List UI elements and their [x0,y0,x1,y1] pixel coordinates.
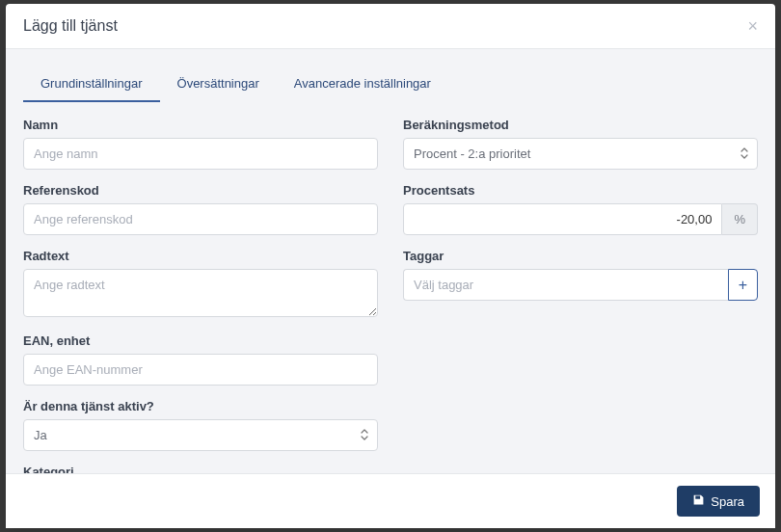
active-select[interactable]: Ja [23,419,378,451]
left-column: Namn Referenskod Radtext EAN, enhet Är d [23,118,378,473]
calc-label: Beräkningsmetod [403,118,758,132]
rowtext-group: Radtext [23,249,378,320]
save-button-label: Spara [711,494,744,509]
modal-title: Lägg till tjänst [23,17,118,35]
active-select-wrap: Ja [23,419,378,451]
plus-icon: + [739,277,747,294]
close-icon[interactable]: × [747,17,758,35]
save-icon [692,493,705,509]
modal-body: Grundinställningar Översättningar Avance… [6,49,775,473]
ean-input[interactable] [23,354,378,386]
active-group: Är denna tjänst aktiv? Ja [23,399,378,451]
rowtext-label: Radtext [23,249,378,263]
percent-label: Procentsats [403,183,758,198]
percent-input-group: % [403,203,758,235]
ean-group: EAN, enhet [23,333,378,386]
tags-group: Taggar + [403,249,758,301]
refcode-group: Referenskod [23,183,378,235]
refcode-label: Referenskod [23,183,378,198]
refcode-input[interactable] [23,203,378,235]
category-label: Kategori [23,465,378,473]
active-label: Är denna tjänst aktiv? [23,399,378,413]
tabs: Grundinställningar Översättningar Avance… [23,66,758,102]
ean-label: EAN, enhet [23,333,378,348]
name-input[interactable] [23,138,378,170]
tab-grundinstallningar[interactable]: Grundinställningar [23,66,160,102]
tab-oversattningar[interactable]: Översättningar [160,66,277,102]
calc-select-wrap: Procent - 2:a prioritet [403,138,758,170]
percent-group: Procentsats % [403,183,758,235]
add-tag-button[interactable]: + [728,269,758,301]
modal-header: Lägg till tjänst × [6,4,775,49]
calc-group: Beräkningsmetod Procent - 2:a prioritet [403,118,758,170]
name-group: Namn [23,118,378,170]
percent-unit: % [722,203,758,235]
tags-input-group: + [403,269,758,301]
percent-input[interactable] [403,203,722,235]
modal-footer: Spara [6,473,775,528]
tags-label: Taggar [403,249,758,263]
form-grid: Namn Referenskod Radtext EAN, enhet Är d [23,118,758,473]
tags-input[interactable] [403,269,728,301]
tab-avancerade[interactable]: Avancerade inställningar [277,66,448,102]
name-label: Namn [23,118,378,132]
calc-select[interactable]: Procent - 2:a prioritet [403,138,758,170]
category-group: Kategori Rabatt [23,465,378,473]
save-button[interactable]: Spara [677,486,760,517]
add-service-modal: Lägg till tjänst × Grundinställningar Öv… [6,4,775,528]
rowtext-input[interactable] [23,269,378,317]
right-column: Beräkningsmetod Procent - 2:a prioritet … [403,118,758,473]
